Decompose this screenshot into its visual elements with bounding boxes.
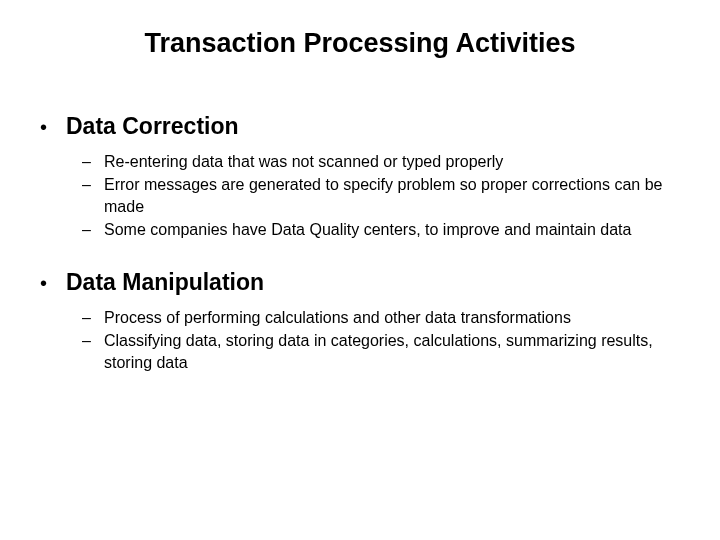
sub-list-text: Some companies have Data Quality centers… xyxy=(104,219,680,241)
list-item-label: Data Correction xyxy=(66,113,239,141)
dash-icon: – xyxy=(82,309,104,327)
sub-list: – Re-entering data that was not scanned … xyxy=(40,151,680,241)
sub-list-text: Error messages are generated to specify … xyxy=(104,174,680,217)
list-item: • Data Correction – Re-entering data tha… xyxy=(40,113,680,241)
list-item-header: • Data Correction xyxy=(40,113,680,141)
slide-title: Transaction Processing Activities xyxy=(40,28,680,59)
dash-icon: – xyxy=(82,332,104,350)
list-item: • Data Manipulation – Process of perform… xyxy=(40,269,680,373)
dash-icon: – xyxy=(82,176,104,194)
list-item-header: • Data Manipulation xyxy=(40,269,680,297)
sub-list: – Process of performing calculations and… xyxy=(40,307,680,374)
sub-list-text: Re-entering data that was not scanned or… xyxy=(104,151,680,173)
sub-list-item: – Error messages are generated to specif… xyxy=(82,174,680,217)
bullet-icon: • xyxy=(40,117,66,137)
sub-list-text: Classifying data, storing data in catego… xyxy=(104,330,680,373)
bullet-icon: • xyxy=(40,273,66,293)
sub-list-item: – Re-entering data that was not scanned … xyxy=(82,151,680,173)
sub-list-text: Process of performing calculations and o… xyxy=(104,307,680,329)
list-item-label: Data Manipulation xyxy=(66,269,264,297)
dash-icon: – xyxy=(82,153,104,171)
sub-list-item: – Classifying data, storing data in cate… xyxy=(82,330,680,373)
sub-list-item: – Some companies have Data Quality cente… xyxy=(82,219,680,241)
sub-list-item: – Process of performing calculations and… xyxy=(82,307,680,329)
dash-icon: – xyxy=(82,221,104,239)
slide: Transaction Processing Activities • Data… xyxy=(0,0,720,540)
bullet-list: • Data Correction – Re-entering data tha… xyxy=(40,113,680,373)
